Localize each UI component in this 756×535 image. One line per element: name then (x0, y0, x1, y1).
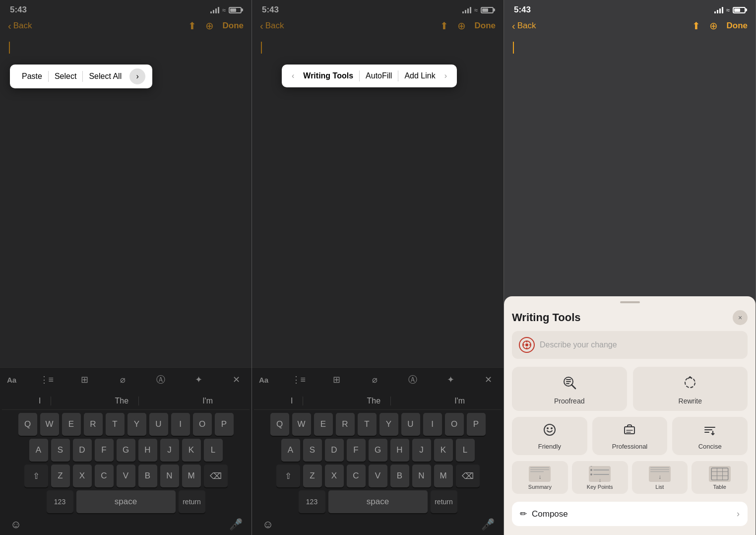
key-h[interactable]: H (138, 439, 157, 462)
close-keyboard-1[interactable]: ✕ (229, 372, 245, 388)
more-button[interactable]: › (129, 68, 145, 84)
table-button-1[interactable]: ⊞ (76, 372, 92, 388)
key-n[interactable]: N (160, 465, 179, 487)
paste-button[interactable]: Paste (17, 70, 47, 83)
key2-o[interactable]: O (445, 413, 464, 436)
key2-z[interactable]: Z (303, 465, 322, 487)
key-d[interactable]: D (73, 439, 92, 462)
share-icon-3[interactable]: ⬆ (692, 20, 700, 32)
key2-w[interactable]: W (292, 413, 311, 436)
list-button-2[interactable]: ⋮≡ (291, 372, 307, 388)
table-button-2[interactable]: ⊞ (328, 372, 344, 388)
key2-h[interactable]: H (390, 439, 409, 462)
key-b[interactable]: B (138, 465, 157, 487)
return-key-2[interactable]: return (431, 490, 457, 513)
key2-s[interactable]: S (303, 439, 322, 462)
key2-q[interactable]: Q (270, 413, 289, 436)
space-key-2[interactable]: space (328, 490, 428, 513)
key-u[interactable]: U (149, 413, 168, 436)
key-r[interactable]: R (84, 413, 103, 436)
mic-icon-2[interactable]: 🎤 (478, 518, 498, 531)
magic-button-1[interactable]: ✦ (190, 372, 206, 388)
key2-y[interactable]: Y (379, 413, 398, 436)
emoji-icon-1[interactable]: ☺ (6, 518, 26, 531)
key2-b[interactable]: B (390, 465, 409, 487)
rewrite-button[interactable]: Rewrite (633, 367, 748, 411)
shift-key[interactable]: ⇧ (24, 465, 48, 487)
num-key-1[interactable]: 123 (47, 490, 73, 513)
key-p[interactable]: P (215, 413, 234, 436)
key2-f[interactable]: F (347, 439, 366, 462)
suggestion-the[interactable]: The (105, 397, 139, 405)
select-button[interactable]: Select (50, 70, 81, 83)
key2-r[interactable]: R (336, 413, 355, 436)
key-g[interactable]: G (117, 439, 135, 462)
key2-e[interactable]: E (314, 413, 333, 436)
key2-g[interactable]: G (369, 439, 387, 462)
friendly-button[interactable]: Friendly (512, 417, 587, 455)
autofill-tab[interactable]: AutoFill (360, 69, 398, 82)
key2-d[interactable]: D (325, 439, 344, 462)
key2-v[interactable]: V (369, 465, 387, 487)
emoji-icon-2[interactable]: ☺ (258, 518, 278, 531)
compose-row[interactable]: ✏ Compose › (512, 502, 748, 526)
key-a[interactable]: A (29, 439, 48, 462)
list-button-1[interactable]: ⋮≡ (39, 372, 55, 388)
key2-t[interactable]: T (358, 413, 377, 436)
back-button-1[interactable]: ‹ Back (8, 20, 32, 32)
add-link-tab[interactable]: Add Link (398, 69, 441, 82)
space-key-1[interactable]: space (76, 490, 176, 513)
concise-button[interactable]: Concise (672, 417, 748, 455)
back-button-3[interactable]: ‹ Back (512, 20, 536, 32)
content-area-3[interactable] (504, 37, 756, 67)
return-key-1[interactable]: return (179, 490, 205, 513)
key-k[interactable]: K (182, 439, 201, 462)
key2-j[interactable]: J (412, 439, 431, 462)
key-q[interactable]: Q (18, 413, 37, 436)
more-icon-2[interactable]: ⊕ (457, 20, 466, 32)
table-tool-button[interactable]: Table (692, 461, 748, 494)
share-icon-2[interactable]: ⬆ (440, 20, 448, 32)
key-m[interactable]: M (182, 465, 201, 487)
key-t[interactable]: T (106, 413, 125, 436)
backspace-key[interactable]: ⌫ (204, 465, 228, 487)
key-e[interactable]: E (62, 413, 81, 436)
backspace-key-2[interactable]: ⌫ (456, 465, 480, 487)
key-j[interactable]: J (160, 439, 179, 462)
close-keyboard-2[interactable]: ✕ (481, 372, 497, 388)
key-points-button[interactable]: ↓ Key Points (572, 461, 628, 494)
prev-arrow[interactable]: ‹ (289, 71, 297, 80)
key-x[interactable]: X (73, 465, 92, 487)
key2-a[interactable]: A (281, 439, 300, 462)
sug2-i[interactable]: I (281, 397, 303, 405)
key-c[interactable]: C (95, 465, 114, 487)
key2-m[interactable]: M (434, 465, 453, 487)
magic-button-2[interactable]: ✦ (442, 372, 458, 388)
key-w[interactable]: W (40, 413, 59, 436)
list-tool-button[interactable]: ↓ List (632, 461, 688, 494)
professional-button[interactable]: Professional (592, 417, 668, 455)
aa-button-1[interactable]: Aa (7, 376, 16, 384)
attach-button-2[interactable]: ⌀ (367, 372, 382, 388)
select-all-button[interactable]: Select All (84, 70, 126, 83)
attach-button-1[interactable]: ⌀ (115, 372, 130, 388)
more-icon-1[interactable]: ⊕ (205, 20, 214, 32)
key2-p[interactable]: P (467, 413, 486, 436)
key2-u[interactable]: U (401, 413, 420, 436)
key2-k[interactable]: K (434, 439, 453, 462)
done-button-3[interactable]: Done (727, 21, 748, 31)
done-button-1[interactable]: Done (223, 21, 244, 31)
describe-row[interactable]: Describe your change (512, 331, 748, 359)
key2-c[interactable]: C (347, 465, 366, 487)
key-v[interactable]: V (117, 465, 135, 487)
proofread-button[interactable]: Proofread (512, 367, 627, 411)
summary-button[interactable]: ↓ Summary (512, 461, 568, 494)
key2-l[interactable]: L (456, 439, 475, 462)
more-icon-3[interactable]: ⊕ (709, 20, 718, 32)
key-z[interactable]: Z (51, 465, 70, 487)
sug2-the[interactable]: The (357, 397, 391, 405)
num-key-2[interactable]: 123 (299, 490, 325, 513)
key2-n[interactable]: N (412, 465, 431, 487)
sug2-im[interactable]: I'm (444, 397, 475, 405)
key-s[interactable]: S (51, 439, 70, 462)
